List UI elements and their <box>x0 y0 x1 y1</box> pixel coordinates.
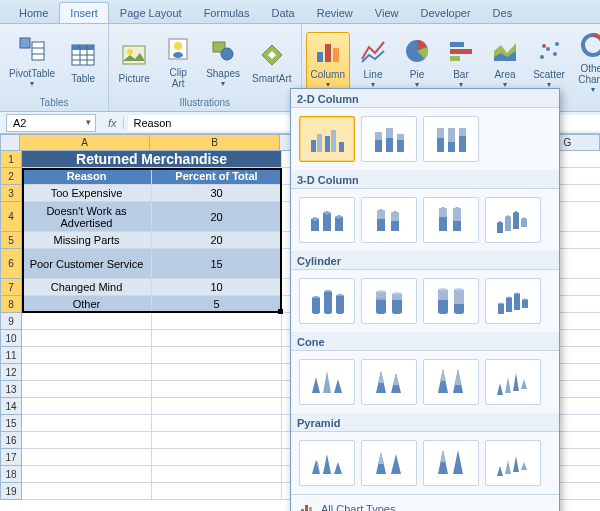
chart-clustered-column-3d[interactable] <box>299 197 355 243</box>
row-header[interactable]: 11 <box>0 347 22 364</box>
chart-clustered-cylinder[interactable] <box>299 278 355 324</box>
pie-chart-icon <box>401 35 433 67</box>
row-header[interactable]: 14 <box>0 398 22 415</box>
row-header[interactable]: 4 <box>0 202 22 232</box>
chart-100-stacked-pyramid[interactable] <box>423 440 479 486</box>
shapes-button[interactable]: Shapes▾ <box>201 31 245 91</box>
scatter-chart-button[interactable]: Scatter▾ <box>528 32 570 92</box>
pivottable-button[interactable]: PivotTable▾ <box>4 31 60 91</box>
chart-pyramid-3d[interactable] <box>485 440 541 486</box>
tab-home[interactable]: Home <box>8 2 59 23</box>
tab-insert[interactable]: Insert <box>59 2 109 23</box>
clipart-button[interactable]: Clip Art <box>157 30 199 92</box>
data-cell[interactable]: 5 <box>152 296 282 313</box>
data-cell[interactable]: Missing Parts <box>22 232 152 249</box>
tab-formulas[interactable]: Formulas <box>193 2 261 23</box>
svg-point-68 <box>438 310 448 314</box>
header-cell[interactable]: Percent of Total <box>152 168 282 185</box>
tab-developer[interactable]: Developer <box>409 2 481 23</box>
data-cell[interactable]: Changed Mind <box>22 279 152 296</box>
chart-column-3d[interactable] <box>485 197 541 243</box>
select-all-corner[interactable] <box>0 134 20 151</box>
data-cell[interactable]: Other <box>22 296 152 313</box>
row-header[interactable]: 18 <box>0 466 22 483</box>
row-header[interactable]: 5 <box>0 232 22 249</box>
area-chart-button[interactable]: Area▾ <box>484 32 526 92</box>
chart-stacked-column-2d[interactable] <box>361 116 417 162</box>
svg-point-64 <box>392 310 402 314</box>
fx-icon[interactable]: fx <box>102 117 124 129</box>
chart-clustered-pyramid[interactable] <box>299 440 355 486</box>
col-header-a[interactable]: A <box>20 134 150 151</box>
chart-stacked-column-3d[interactable] <box>361 197 417 243</box>
tab-view[interactable]: View <box>364 2 410 23</box>
data-cell[interactable]: 20 <box>152 232 282 249</box>
row-header[interactable]: 8 <box>0 296 22 313</box>
bar-chart-button[interactable]: Bar▾ <box>440 32 482 92</box>
pie-chart-button[interactable]: Pie▾ <box>396 32 438 92</box>
svg-rect-36 <box>375 140 382 152</box>
svg-rect-51 <box>324 292 332 312</box>
chart-100-stacked-column-3d[interactable] <box>423 197 479 243</box>
chart-cylinder-3d[interactable] <box>485 278 541 324</box>
chart-cone-3d[interactable] <box>485 359 541 405</box>
row-header[interactable]: 10 <box>0 330 22 347</box>
svg-rect-76 <box>506 298 512 312</box>
row-header[interactable]: 2 <box>0 168 22 185</box>
chart-stacked-cone[interactable] <box>361 359 417 405</box>
svg-rect-78 <box>514 294 520 310</box>
data-cell[interactable]: 20 <box>152 202 282 232</box>
svg-rect-35 <box>375 132 382 140</box>
data-cell[interactable]: Too Expensive <box>22 185 152 202</box>
tab-design[interactable]: Des <box>482 2 524 23</box>
smartart-button[interactable]: SmartArt <box>247 36 296 87</box>
picture-button[interactable]: Picture <box>113 36 155 87</box>
data-cell[interactable]: Poor Customer Service <box>22 249 152 279</box>
svg-rect-70 <box>454 290 464 304</box>
svg-rect-48 <box>312 298 320 312</box>
bar-chart-icon <box>445 35 477 67</box>
tab-data[interactable]: Data <box>260 2 305 23</box>
other-charts-button[interactable]: Other Charts▾ <box>572 26 600 97</box>
merged-title-cell[interactable]: Returned Merchandise <box>22 151 282 168</box>
row-header[interactable]: 12 <box>0 364 22 381</box>
tab-review[interactable]: Review <box>306 2 364 23</box>
row-header[interactable]: 17 <box>0 449 22 466</box>
row-header[interactable]: 3 <box>0 185 22 202</box>
svg-point-11 <box>127 49 133 55</box>
svg-rect-23 <box>450 56 460 61</box>
header-cell[interactable]: Reason <box>22 168 152 185</box>
column-chart-icon <box>312 35 344 67</box>
data-cell[interactable]: Doesn't Work as Advertised <box>22 202 152 232</box>
row-header[interactable]: 6 <box>0 249 22 279</box>
chart-clustered-column-2d[interactable] <box>299 116 355 162</box>
chart-100-stacked-column-2d[interactable] <box>423 116 479 162</box>
row-header[interactable]: 19 <box>0 483 22 500</box>
col-header-b[interactable]: B <box>150 134 280 151</box>
column-chart-button[interactable]: Column▾ <box>306 32 350 92</box>
row-header[interactable]: 1 <box>0 151 22 168</box>
name-box[interactable]: A2 <box>6 114 96 132</box>
row-header[interactable]: 9 <box>0 313 22 330</box>
table-button[interactable]: Table <box>62 36 104 87</box>
svg-rect-54 <box>336 296 344 312</box>
row-headers: 1 2 3 4 5 6 7 8 9 10 11 12 13 14 15 16 1… <box>0 151 22 500</box>
row-header[interactable]: 13 <box>0 381 22 398</box>
chart-clustered-cone[interactable] <box>299 359 355 405</box>
tab-page-layout[interactable]: Page Layout <box>109 2 193 23</box>
chart-stacked-cylinder[interactable] <box>361 278 417 324</box>
chart-100-stacked-cylinder[interactable] <box>423 278 479 324</box>
row-header[interactable]: 15 <box>0 415 22 432</box>
row-header[interactable]: 7 <box>0 279 22 296</box>
data-cell[interactable]: 30 <box>152 185 282 202</box>
dropdown-section-title: Pyramid <box>291 413 559 432</box>
svg-point-60 <box>376 310 386 314</box>
row-header[interactable]: 16 <box>0 432 22 449</box>
chart-100-stacked-cone[interactable] <box>423 359 479 405</box>
svg-rect-40 <box>397 140 404 152</box>
line-chart-button[interactable]: Line▾ <box>352 32 394 92</box>
all-chart-types-link[interactable]: All Chart Types... <box>291 494 559 511</box>
data-cell[interactable]: 10 <box>152 279 282 296</box>
chart-stacked-pyramid[interactable] <box>361 440 417 486</box>
data-cell[interactable]: 15 <box>152 249 282 279</box>
